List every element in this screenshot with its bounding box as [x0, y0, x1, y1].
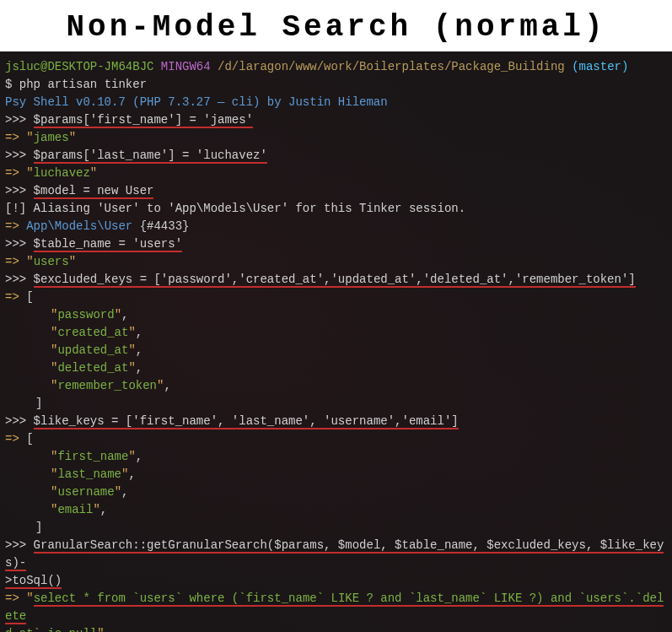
array-item: "email", [5, 501, 667, 519]
quote: " [26, 166, 33, 180]
repl-output-cont: d_at` is null" [5, 625, 667, 632]
arrow-icon: => [5, 255, 26, 268]
quote: " [97, 627, 104, 632]
array-item: "created_at", [5, 324, 667, 342]
arrow-icon: => [5, 290, 26, 304]
terminal-window[interactable]: jsluc@DESKTOP-JM64BJC MINGW64 /d/laragon… [0, 51, 672, 632]
quote: " [26, 255, 33, 268]
repl-prompt: >>> [5, 113, 34, 127]
repl-output: => "luchavez" [5, 165, 667, 182]
array-item: "updated_at", [5, 342, 667, 359]
repl-prompt: >>> [5, 237, 34, 251]
repl-output: => [ [5, 289, 667, 306]
user-host: jsluc@DESKTOP-JM64BJC [5, 60, 153, 73]
repl-prompt: >>> [5, 538, 34, 552]
repl-line-cont: >toSql() [5, 572, 667, 590]
arrow-icon: => [5, 219, 26, 233]
input-statement: $like_keys = ['first_name', 'last_name',… [34, 414, 459, 429]
psy-shell-banner: Psy Shell v0.10.7 (PHP 7.3.27 — cli) by … [5, 94, 667, 111]
quote: " [26, 591, 33, 605]
bracket-open: [ [26, 290, 33, 304]
cmd-prefix: $ [5, 78, 19, 91]
repl-line: >>> $params['first_name'] = 'james' [5, 111, 667, 129]
repl-output: => "james" [5, 129, 667, 147]
alias-text: Aliasing 'User' to 'App\Models\User' for… [34, 202, 465, 215]
repl-line: >>> $table_name = 'users' [5, 235, 667, 253]
bracket-open: [ [26, 432, 33, 446]
git-branch: (master) [572, 60, 628, 73]
repl-output: => "select * from `users` where (`first_… [5, 590, 667, 625]
class-name: App\Models\User [26, 219, 132, 233]
shell-prompt-line: jsluc@DESKTOP-JM64BJC MINGW64 /d/laragon… [5, 58, 667, 76]
sql-output: select * from `users` where (`first_name… [5, 591, 664, 624]
arrow-icon: => [5, 131, 26, 144]
array-item: "last_name", [5, 466, 667, 483]
array-item: "first_name", [5, 448, 667, 466]
array-item: "deleted_at", [5, 359, 667, 377]
command-line: $ php artisan tinker [5, 76, 667, 94]
quote: " [69, 131, 76, 144]
repl-line: >>> $params['last_name'] = 'luchavez' [5, 147, 667, 165]
sql-output: d_at` is null [5, 627, 97, 632]
repl-prompt: >>> [5, 149, 34, 162]
output-value: james [34, 131, 69, 144]
input-statement: $model = new User [34, 184, 154, 199]
input-statement: GranularSearch::getGranularSearch($param… [5, 538, 664, 571]
alias-notice: [!] Aliasing 'User' to 'App\Models\User'… [5, 200, 667, 218]
page-title: Non-Model Search (normal) [0, 0, 672, 51]
repl-prompt: >>> [5, 184, 34, 197]
repl-line: >>> $excluded_keys = ['password','create… [5, 271, 667, 289]
bracket-close: ] [5, 519, 667, 537]
bracket-close: ] [5, 395, 667, 413]
arrow-icon: => [5, 432, 26, 446]
input-statement: $excluded_keys = ['password','created_at… [34, 273, 636, 288]
arrow-icon: => [5, 591, 26, 605]
repl-output: => "users" [5, 253, 667, 271]
repl-prompt: >>> [5, 273, 34, 286]
repl-line: >>> GranularSearch::getGranularSearch($p… [5, 537, 667, 572]
repl-line: >>> $model = new User [5, 182, 667, 200]
working-directory: /d/laragon/www/work/Boilerplates/Package… [218, 60, 565, 73]
output-value: luchavez [34, 166, 90, 180]
repl-prompt: >>> [5, 414, 34, 428]
command-text: php artisan tinker [19, 78, 147, 91]
input-statement: $table_name = 'users' [34, 237, 182, 252]
input-statement: $params['first_name'] = 'james' [34, 113, 253, 128]
repl-output: => App\Models\User {#4433} [5, 218, 667, 235]
array-item: "remember_token", [5, 377, 667, 395]
array-item: "password", [5, 306, 667, 324]
repl-output: => [ [5, 430, 667, 448]
shell-system: MINGW64 [161, 60, 211, 73]
arrow-icon: => [5, 166, 26, 180]
quote: " [90, 166, 97, 180]
repl-line: >>> $like_keys = ['first_name', 'last_na… [5, 413, 667, 430]
output-value: users [34, 255, 69, 268]
object-id: {#4433} [132, 219, 189, 233]
input-statement: >toSql() [5, 574, 62, 589]
alias-prefix: [!] [5, 202, 34, 215]
input-statement: $params['last_name'] = 'luchavez' [34, 149, 267, 164]
quote: " [69, 255, 76, 268]
array-item: "username", [5, 483, 667, 501]
quote: " [26, 131, 33, 144]
